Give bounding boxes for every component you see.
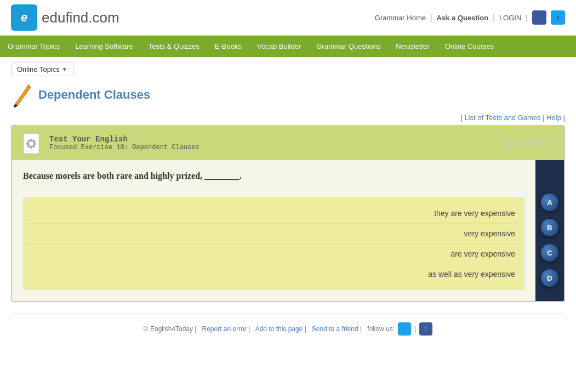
svg-rect-7 [30,139,32,141]
add-to-page-link[interactable]: Add to this page | [255,325,306,333]
breadcrumb-bar: Online Topics ▼ [0,57,576,82]
top-navigation: Grammar Topics Learning Software Tests &… [0,36,576,57]
follow-us-label: follow us: [367,325,395,333]
help-link[interactable]: Help [546,113,561,122]
answer-row-b: very expensive [29,224,518,244]
answer-text-b: very expensive [464,229,515,238]
report-error-link[interactable]: Report an error | [202,325,250,333]
nav-learning-software[interactable]: Learning Software [67,36,141,57]
answers-area: they are very expensive very expensive a… [23,197,524,290]
nav-separator-2: | [493,13,495,22]
answer-text-c: are very expensive [450,249,515,258]
facebook-link[interactable]: f [532,10,546,25]
question-text: Because morels are both rare and highly … [23,171,524,181]
focused-exercise-label: Focused Exercise 10: Dependent Clauses [49,144,499,151]
answer-text-d: as well as very expensive [428,270,515,279]
quiz-header-text: Test Your English Focused Exercise 10: D… [49,135,499,151]
facebook-icon: f [538,14,540,22]
logo-area: e edufind.com [11,4,119,31]
header: e edufind.com Grammar Home | Ask a Quest… [0,0,576,36]
answer-button-b[interactable]: B [540,218,559,237]
answer-row-c: are very expensive [29,244,518,264]
svg-rect-10 [34,143,36,145]
page-title: Dependent Clauses [38,88,150,102]
logo-text: edufind.com [42,9,119,26]
header-nav: Grammar Home | Ask a Question | LOGIN | … [375,10,565,25]
nav-grammar-questions[interactable]: Grammar Questions [309,36,388,57]
logo-icon: e [11,4,37,31]
nav-online-courses[interactable]: Online Courses [437,36,502,57]
footer-facebook-link[interactable]: f [419,322,432,336]
footer: © English4Today | Report an error | Add … [11,313,565,344]
quiz-body: Because morels are both rare and highly … [12,160,564,301]
answer-text-a: they are very expensive [434,209,515,218]
send-to-friend-link[interactable]: Send to a friend | [312,325,362,333]
svg-rect-9 [26,143,28,145]
footer-separator: | [414,325,416,333]
test-your-english-label: Test Your English [49,135,499,144]
quiz-header: Test Your English Focused Exercise 10: D… [12,126,564,160]
links-row: | List of Tests and Games | Help | [11,113,565,122]
answer-button-d[interactable]: D [540,269,559,287]
nav-separator-1: | [430,13,432,22]
ask-question-link[interactable]: Ask a Question [437,14,489,22]
answer-row-d: as well as very expensive [29,264,518,284]
answer-row-a: they are very expensive [29,203,518,224]
answer-button-a[interactable]: A [540,193,559,212]
login-link[interactable]: LOGIN [499,14,521,22]
chevron-down-icon: ▼ [62,66,67,72]
grammar-home-link[interactable]: Grammar Home [375,14,426,22]
svg-point-6 [29,141,33,146]
online-topics-button[interactable]: Online Topics ▼ [11,63,73,76]
answer-button-c[interactable]: C [540,243,559,262]
main-content: Dependent Clauses | List of Tests and Ga… [0,82,576,355]
pencil-icon [11,82,33,108]
list-of-tests-link[interactable]: List of Tests and Games [464,113,540,122]
quiz-right: A B C D [535,160,564,301]
twitter-link[interactable]: t [551,10,565,25]
gear-icon [21,132,44,155]
nav-ebooks[interactable]: E-Books [207,36,249,57]
svg-marker-0 [15,85,31,106]
nav-newsletter[interactable]: Newsletter [388,36,437,57]
quiz-left: Because morels are both rare and highly … [12,160,535,301]
footer-twitter-link[interactable]: t [398,322,411,336]
follow-us-area: follow us: t | f [367,322,432,336]
nav-grammar-topics[interactable]: Grammar Topics [0,36,67,57]
nav-separator-3: | [526,13,528,22]
quiz-container: Test Your English Focused Exercise 10: D… [11,125,565,302]
separator-pipe-3: | [563,113,565,122]
nav-tests-quizzes[interactable]: Tests & Quizzes [141,36,207,57]
copyright-text: © English4Today | [144,325,197,333]
nav-vocab-builder[interactable]: Vocab Builder [249,36,309,57]
page-title-area: Dependent Clauses [11,82,565,108]
online-topics-label: Online Topics [17,65,60,73]
question-number-display: Question 2 [505,138,555,149]
twitter-icon: t [557,14,559,22]
svg-rect-8 [30,146,32,149]
